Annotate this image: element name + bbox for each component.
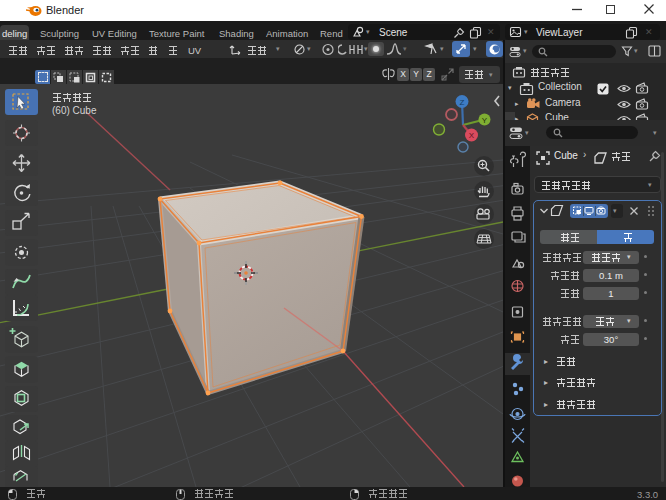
svg-text:Y: Y: [482, 116, 488, 125]
svg-text:X: X: [469, 131, 475, 140]
svg-text:Z: Z: [460, 98, 465, 107]
